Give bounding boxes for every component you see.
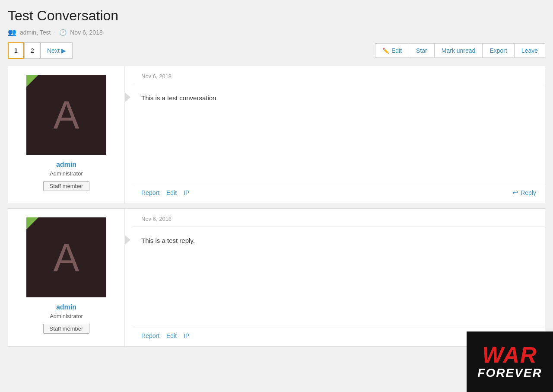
ip-link-2[interactable]: IP (184, 332, 189, 339)
conversation-date: Nov 6, 2018 (70, 29, 103, 36)
message-1-main: Nov 6, 2018 This is a test conversation … (133, 66, 545, 204)
pagination-toolbar: 1 2 Next ▶ ✏️ Edit Star Mark unread Expo… (8, 42, 545, 59)
edit-button[interactable]: ✏️ Edit (375, 43, 409, 58)
pagination: 1 2 Next ▶ (8, 42, 73, 59)
watermark: WAR FOREVER (467, 331, 553, 392)
ip-link-1[interactable]: IP (184, 189, 189, 196)
user-role-1: Administrator (50, 170, 83, 177)
page-1-button[interactable]: 1 (8, 42, 24, 59)
pencil-icon: ✏️ (382, 48, 389, 54)
message-2-main: Nov 6, 2018 This is a test reply. Report… (133, 209, 545, 346)
watermark-line2: FOREVER (477, 366, 542, 380)
edit-link-1[interactable]: Edit (166, 189, 177, 196)
leave-label: Leave (521, 47, 538, 54)
avatar-letter-1: A (53, 96, 79, 134)
watermark-line1: WAR (482, 344, 537, 366)
message-1-actions: Report Edit IP ↩ Reply (133, 184, 545, 204)
mark-unread-button[interactable]: Mark unread (434, 43, 483, 58)
page-2-button[interactable]: 2 (24, 42, 41, 59)
username-1[interactable]: admin (56, 161, 76, 169)
message-2: A admin Administrator Staff member Nov 6… (8, 208, 545, 347)
staff-corner-1 (26, 75, 38, 87)
clock-icon: 🕐 (59, 29, 67, 36)
reply-label-1: Reply (521, 189, 536, 196)
message-1-sidebar: A admin Administrator Staff member (8, 66, 125, 204)
participants-text: admin, Test (20, 29, 51, 36)
edit-link-2[interactable]: Edit (166, 332, 177, 339)
message-2-arrow (125, 209, 133, 346)
message-1: A admin Administrator Staff member Nov 6… (8, 66, 545, 204)
message-2-sidebar: A admin Administrator Staff member (8, 209, 125, 346)
mark-unread-label: Mark unread (442, 47, 476, 54)
participants-icon: 👥 (8, 28, 16, 36)
conversation-meta: 👥 admin, Test · 🕐 Nov 6, 2018 (8, 28, 545, 36)
edit-label: Edit (391, 47, 402, 54)
staff-badge-2: Staff member (43, 324, 90, 334)
report-link-2[interactable]: Report (141, 332, 159, 339)
username-2[interactable]: admin (56, 303, 76, 311)
avatar-letter-2: A (53, 238, 79, 277)
leave-button[interactable]: Leave (514, 43, 545, 58)
avatar-2: A (26, 217, 106, 297)
message-2-date: Nov 6, 2018 (133, 209, 545, 227)
reply-button-1[interactable]: ↩ Reply (512, 188, 536, 197)
message-1-arrow (125, 66, 133, 204)
user-role-2: Administrator (50, 313, 83, 319)
staff-corner-2 (26, 217, 38, 229)
conversation-title: Test Conversation (8, 8, 545, 24)
avatar-1: A (26, 75, 106, 155)
message-1-body: This is a test conversation (133, 84, 545, 184)
reply-icon-1: ↩ (512, 188, 518, 197)
star-button[interactable]: Star (409, 43, 434, 58)
staff-badge-1: Staff member (43, 181, 90, 191)
next-page-button[interactable]: Next ▶ (41, 42, 73, 59)
export-label: Export (489, 47, 507, 54)
message-1-date: Nov 6, 2018 (133, 66, 545, 84)
star-label: Star (416, 47, 427, 54)
export-button[interactable]: Export (482, 43, 514, 58)
report-link-1[interactable]: Report (141, 189, 159, 196)
action-toolbar: ✏️ Edit Star Mark unread Export Leave (375, 43, 545, 58)
message-2-body: This is a test reply. (133, 227, 545, 328)
